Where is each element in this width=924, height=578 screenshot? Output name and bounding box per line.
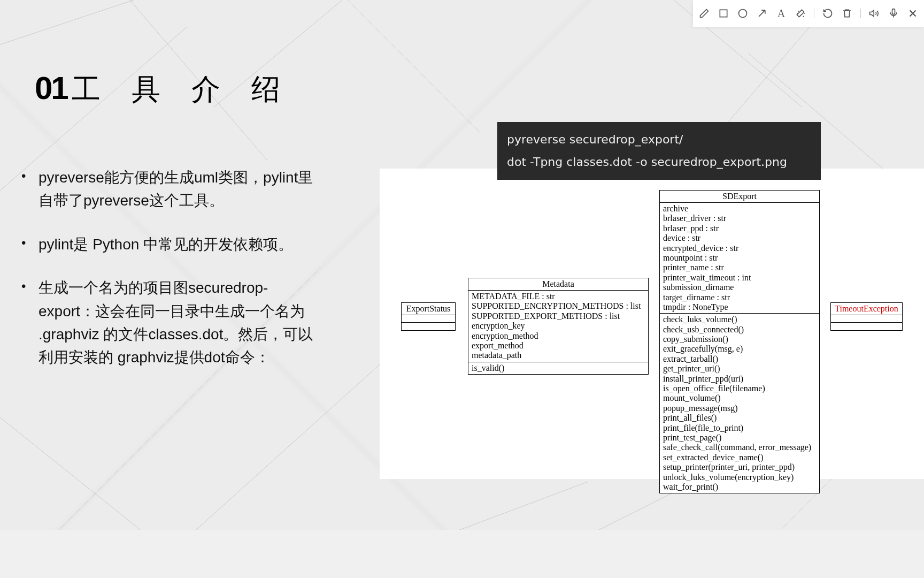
slide-number: 01 [35,70,67,107]
svg-line-7 [0,375,214,530]
uml-member: copy_submission() [663,334,816,344]
code-block: pyreverse securedrop_export/ dot -Tpng c… [497,122,821,180]
uml-diagram: ExportStatus Metadata METADATA_FILE : st… [380,169,924,479]
svg-point-1 [739,10,747,18]
uml-member: print_file(file_to_print) [663,423,816,433]
uml-member: setup_printer(printer_uri, printer_ppd) [663,462,816,472]
trash-icon[interactable] [841,7,853,19]
uml-attrs: archivebrlaser_driver : strbrlaser_ppd :… [660,203,819,314]
uml-member: set_extracted_device_name() [663,453,816,462]
uml-member: printer_name : str [663,263,816,272]
bullet-item: pylint是 Python 中常见的开发依赖项。 [16,233,315,256]
uml-methods [831,323,902,330]
svg-rect-0 [720,10,727,17]
svg-line-9 [321,0,481,134]
arrow-icon[interactable] [756,7,768,19]
code-line: pyreverse securedrop_export/ [507,128,811,151]
uml-member: METADATA_FILE : str [472,292,645,301]
uml-member: print_test_page() [663,433,816,443]
circle-icon[interactable] [737,7,749,19]
uml-member: device : str [663,233,816,243]
undo-icon[interactable] [822,7,834,19]
uml-class-sdexport: SDExport archivebrlaser_driver : strbrla… [659,190,820,493]
uml-member: encrypted_device : str [663,244,816,253]
uml-member: encryption_method [472,331,645,341]
uml-member: is_open_office_file(filename) [663,384,816,393]
separator [814,9,814,18]
uml-title: ExportStatus [402,303,455,315]
mic-icon[interactable] [888,7,899,19]
bullet-item: 生成一个名为的项目图securedrop-export：这会在同一目录中生成一个… [16,276,315,369]
toolbar: A [693,0,924,27]
uml-member: encryption_key [472,321,645,331]
uml-member: printer_wait_timeout : int [663,273,816,283]
uml-member: exit_gracefully(msg, e) [663,344,816,354]
uml-member: check_usb_connected() [663,325,816,334]
uml-member: target_dirname : str [663,293,816,302]
uml-class-timeout: TimeoutException [830,302,903,331]
uml-title: SDExport [660,191,819,203]
uml-member: install_printer_ppd(uri) [663,374,816,384]
uml-member: submission_dirname [663,283,816,292]
slide-content: 01 工具介绍 pyreverse能方便的生成uml类图，pylint里自带了p… [0,0,924,530]
uml-member: is_valid() [472,363,645,373]
uml-methods: check_luks_volume()check_usb_connected()… [660,314,819,493]
pencil-icon[interactable] [698,7,710,19]
uml-member: brlaser_ppd : str [663,224,816,233]
uml-title: Metadata [468,278,648,291]
uml-methods: is_valid() [468,362,648,374]
uml-member: SUPPORTED_ENCRYPTION_METHODS : list [472,301,645,311]
uml-member: get_printer_uri() [663,364,816,374]
bullet-list: pyreverse能方便的生成uml类图，pylint里自带了pyreverse… [16,166,315,390]
uml-member: tmpdir : NoneType [663,302,816,312]
uml-member: extract_tarball() [663,354,816,364]
separator [860,9,861,18]
uml-member: wait_for_print() [663,482,816,492]
svg-rect-2 [892,9,895,14]
uml-member: popup_message(msg) [663,404,816,413]
uml-member: print_all_files() [663,413,816,423]
uml-methods [402,323,455,330]
speaker-icon[interactable] [868,7,880,19]
uml-member: archive [663,204,816,214]
svg-line-15 [374,482,588,530]
text-icon[interactable]: A [775,7,787,19]
uml-member: mount_volume() [663,393,816,403]
bullet-item: pyreverse能方便的生成uml类图，pylint里自带了pyreverse… [16,166,315,212]
uml-class-metadata: Metadata METADATA_FILE : strSUPPORTED_EN… [468,278,649,375]
square-icon[interactable] [718,7,729,19]
uml-member: safe_check_call(command, error_message) [663,443,816,452]
uml-member: export_method [472,341,645,351]
uml-member: SUPPORTED_EXPORT_METHODS : list [472,311,645,321]
uml-member: check_luks_volume() [663,315,816,324]
uml-attrs [831,315,902,323]
code-line: dot -Tpng classes.dot -o securedrop_expo… [507,151,811,173]
slide-title: 工具介绍 [72,70,311,109]
uml-attrs [402,315,455,323]
uml-member: brlaser_driver : str [663,214,816,223]
svg-line-3 [0,0,214,54]
slide-header: 01 工具介绍 [35,70,311,109]
uml-title: TimeoutException [831,303,902,315]
close-icon[interactable] [907,7,919,19]
uml-class-exportstatus: ExportStatus [401,302,456,331]
uml-member: metadata_path [472,351,645,360]
wand-icon[interactable] [795,7,806,19]
uml-member: mountpoint : str [663,253,816,263]
uml-member: unlock_luks_volume(encryption_key) [663,473,816,482]
uml-attrs: METADATA_FILE : strSUPPORTED_ENCRYPTION_… [468,291,648,362]
